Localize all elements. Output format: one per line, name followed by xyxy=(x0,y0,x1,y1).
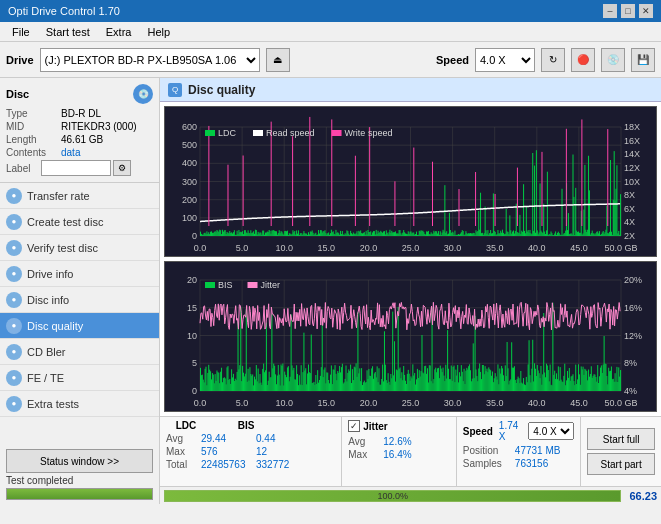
nav-item-extra-tests[interactable]: ●Extra tests xyxy=(0,391,159,417)
drive-select[interactable]: (J:) PLEXTOR BD-R PX-LB950SA 1.06 xyxy=(40,48,260,72)
disc-icon: 💿 xyxy=(133,84,153,104)
total-bis: 332772 xyxy=(256,459,296,470)
nav-item-icon: ● xyxy=(6,292,22,308)
speed-label: Speed xyxy=(436,54,469,66)
disc-title-row: Disc 💿 xyxy=(6,84,153,104)
disc-mid-label: MID xyxy=(6,121,61,132)
ldc-col-header: LDC xyxy=(166,420,206,431)
nav-item-icon: ● xyxy=(6,240,22,256)
nav-item-disc-quality[interactable]: ●Disc quality xyxy=(0,313,159,339)
nav-item-disc-info[interactable]: ●Disc info xyxy=(0,287,159,313)
content-area: Q Disc quality LDC BIS xyxy=(160,78,661,504)
start-part-button[interactable]: Start part xyxy=(587,453,655,475)
disc-length-label: Length xyxy=(6,134,61,145)
status-area: Status window >> Test completed xyxy=(0,445,159,504)
save-button[interactable]: 💾 xyxy=(631,48,655,72)
nav-item-drive-info[interactable]: ●Drive info xyxy=(0,261,159,287)
disc-type-row: Type BD-R DL xyxy=(6,108,153,119)
main-layout: Disc 💿 Type BD-R DL MID RITEKDR3 (000) L… xyxy=(0,78,661,504)
disc-type-label: Type xyxy=(6,108,61,119)
total-label: Total xyxy=(166,459,201,470)
nav-item-create-test-disc[interactable]: ●Create test disc xyxy=(0,209,159,235)
titlebar: Opti Drive Control 1.70 – □ ✕ xyxy=(0,0,661,22)
disc-length-row: Length 46.61 GB xyxy=(6,134,153,145)
eject-button[interactable]: ⏏ xyxy=(266,48,290,72)
nav-item-icon: ● xyxy=(6,344,22,360)
close-button[interactable]: ✕ xyxy=(639,4,653,18)
progress-bar xyxy=(6,488,153,500)
refresh-button[interactable]: ↻ xyxy=(541,48,565,72)
disc-contents-row: Contents data xyxy=(6,147,153,158)
nav-item-verify-test-disc[interactable]: ●Verify test disc xyxy=(0,235,159,261)
disc-mid-row: MID RITEKDR3 (000) xyxy=(6,121,153,132)
disc-length-value: 46.61 GB xyxy=(61,134,103,145)
speed-select[interactable]: 4.0 X xyxy=(475,48,535,72)
chart-icon: Q xyxy=(168,83,182,97)
stats-bar: LDC BIS Avg 29.44 0.44 Max 576 12 Total … xyxy=(160,416,661,486)
menu-file[interactable]: File xyxy=(4,24,38,40)
maximize-button[interactable]: □ xyxy=(621,4,635,18)
chart-title: Disc quality xyxy=(188,83,255,97)
lower-chart-canvas xyxy=(165,262,656,411)
lower-chart xyxy=(164,261,657,412)
progress-text: 100.0% xyxy=(377,491,408,501)
drive-label: Drive xyxy=(6,54,34,66)
disc-mid-value: RITEKDR3 (000) xyxy=(61,121,137,132)
nav-item-label: Disc info xyxy=(27,294,69,306)
jitter-label: Jitter xyxy=(363,421,387,432)
disc-contents-value: data xyxy=(61,147,80,158)
stats-col-buttons: Start full Start part xyxy=(581,417,661,486)
nav-item-transfer-rate[interactable]: ●Transfer rate xyxy=(0,183,159,209)
bottom-bar: 100.0% 66.23 xyxy=(160,486,661,504)
nav-item-label: Create test disc xyxy=(27,216,103,228)
upper-chart-canvas xyxy=(165,107,656,256)
nav-item-label: CD Bler xyxy=(27,346,66,358)
avg-bis: 0.44 xyxy=(256,433,296,444)
score-value: 66.23 xyxy=(629,490,657,502)
nav-item-fe-te[interactable]: ●FE / TE xyxy=(0,365,159,391)
media-button[interactable]: 💿 xyxy=(601,48,625,72)
menu-help[interactable]: Help xyxy=(139,24,178,40)
disc-label-row: Label ⚙ xyxy=(6,160,153,176)
disc-label-label: Label xyxy=(6,163,41,174)
menu-extra[interactable]: Extra xyxy=(98,24,140,40)
samples-label: Samples xyxy=(463,458,511,469)
total-ldc: 22485763 xyxy=(201,459,256,470)
start-full-button[interactable]: Start full xyxy=(587,428,655,450)
avg-jitter: 12.6% xyxy=(383,436,411,447)
progress-fill xyxy=(7,489,152,499)
disc-label-button[interactable]: ⚙ xyxy=(113,160,131,176)
chart-header: Q Disc quality xyxy=(160,78,661,102)
max-bis: 12 xyxy=(256,446,296,457)
jitter-checkbox[interactable]: ✓ xyxy=(348,420,360,432)
nav-item-label: Extra tests xyxy=(27,398,79,410)
nav-item-icon: ● xyxy=(6,188,22,204)
burn-button[interactable]: 🔴 xyxy=(571,48,595,72)
nav-item-icon: ● xyxy=(6,214,22,230)
disc-label-input[interactable] xyxy=(41,160,111,176)
avg-label2: Avg xyxy=(348,436,383,447)
nav-item-icon: ● xyxy=(6,370,22,386)
disc-contents-label: Contents xyxy=(6,147,61,158)
nav-item-cd-bler[interactable]: ●CD Bler xyxy=(0,339,159,365)
status-window-button[interactable]: Status window >> xyxy=(6,449,153,473)
minimize-button[interactable]: – xyxy=(603,4,617,18)
nav-item-label: Drive info xyxy=(27,268,73,280)
speed-stat-label: Speed xyxy=(463,426,493,437)
stats-col-speed: Speed 1.74 X 4.0 X Position 47731 MB Sam… xyxy=(457,417,581,486)
position-label: Position xyxy=(463,445,511,456)
menu-start-test[interactable]: Start test xyxy=(38,24,98,40)
stats-col-main: LDC BIS Avg 29.44 0.44 Max 576 12 Total … xyxy=(160,417,342,486)
sidebar: Disc 💿 Type BD-R DL MID RITEKDR3 (000) L… xyxy=(0,78,160,504)
stats-col-jitter: ✓ Jitter Avg 12.6% Max 16.4% xyxy=(342,417,457,486)
speed-stat-value: 1.74 X xyxy=(499,420,522,442)
nav-container: ●Transfer rate●Create test disc●Verify t… xyxy=(0,183,159,417)
speed-stat-select[interactable]: 4.0 X xyxy=(528,422,574,440)
nav-item-label: FE / TE xyxy=(27,372,64,384)
upper-chart xyxy=(164,106,657,257)
charts-area xyxy=(160,102,661,416)
samples-value: 763156 xyxy=(515,458,548,469)
menubar: File Start test Extra Help xyxy=(0,22,661,42)
position-value: 47731 MB xyxy=(515,445,561,456)
bottom-progress: 100.0% xyxy=(164,490,621,502)
